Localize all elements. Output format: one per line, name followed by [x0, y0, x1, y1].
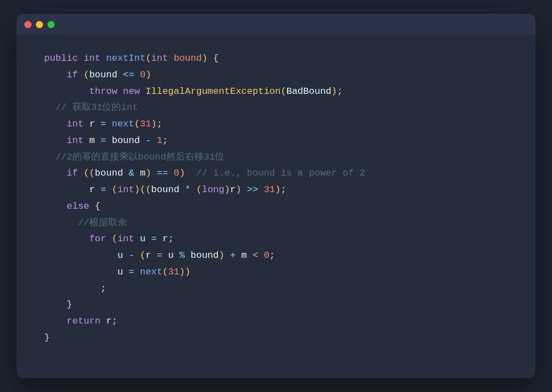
code-line-2: if (bound <= 0) [44, 67, 508, 83]
code-line-5: int r = next(31); [44, 116, 508, 133]
code-line-13: u - (r = u % bound) + m < 0; [44, 247, 508, 264]
code-line-14: u = next(31)) [44, 264, 508, 280]
code-line-8: if ((bound & m) == 0) // i.e., bound is … [44, 165, 508, 182]
code-content: public int nextInt(int bound) { if (boun… [17, 35, 535, 362]
code-line-9: r = (int)((bound * (long)r) >> 31); [44, 182, 508, 198]
code-line-7: //2的幂的直接乘以bound然后右移31位 [44, 149, 508, 166]
code-line-4: // 获取31位的int [44, 99, 508, 116]
minimize-button[interactable] [36, 21, 43, 28]
code-line-10: else { [44, 198, 508, 215]
code-line-1: public int nextInt(int bound) { [44, 50, 508, 67]
code-line-12: for (int u = r; [44, 231, 508, 247]
code-line-3: throw new IllegalArgumentException(BadBo… [44, 83, 508, 100]
code-line-15: ; [44, 280, 508, 297]
titlebar [17, 14, 535, 35]
close-button[interactable] [24, 21, 31, 28]
code-line-18: } [44, 330, 508, 346]
code-line-6: int m = bound - 1; [44, 133, 508, 149]
maximize-button[interactable] [47, 21, 55, 28]
code-line-16: } [44, 296, 508, 313]
code-line-17: return r; [44, 313, 508, 330]
code-window: public int nextInt(int bound) { if (boun… [17, 14, 535, 378]
code-line-11: //根据取余 [44, 215, 508, 231]
